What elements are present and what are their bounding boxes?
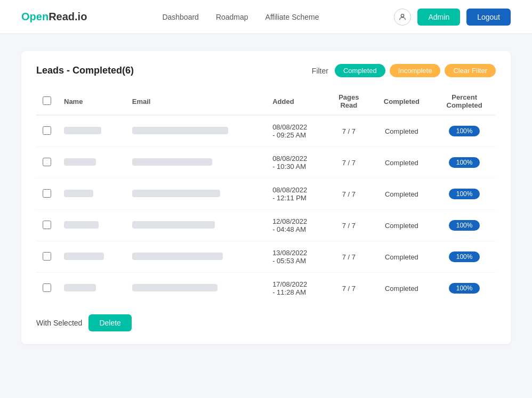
row-name (58, 115, 126, 147)
row-checkbox[interactable] (43, 189, 51, 198)
svg-point-0 (401, 14, 404, 17)
admin-button[interactable]: Admin (417, 9, 460, 26)
col-email: Email (126, 88, 266, 115)
row-name (58, 178, 126, 210)
percent-badge: 100% (449, 220, 480, 231)
percent-badge: 100% (449, 126, 480, 136)
nav-dashboard[interactable]: Dashboard (162, 13, 199, 21)
row-added: 08/08/2022- 09:25 AM (266, 115, 327, 147)
row-pages: 7 / 7 (327, 178, 370, 210)
logo: OpenRead.io (21, 11, 87, 23)
filter-completed-button[interactable]: Completed (335, 64, 385, 77)
table-row: 13/08/2022- 05:53 AM 7 / 7 Completed 100… (36, 241, 496, 273)
table-row: 12/08/2022- 04:48 AM 7 / 7 Completed 100… (36, 210, 496, 241)
col-pages-read: PagesRead (327, 88, 370, 115)
row-completed: Completed (370, 115, 433, 147)
row-completed: Completed (370, 147, 433, 178)
row-added: 08/08/2022- 10:30 AM (266, 147, 327, 178)
row-percent: 100% (433, 241, 496, 273)
row-email (126, 115, 266, 147)
row-checkbox[interactable] (43, 252, 51, 261)
row-percent: 100% (433, 115, 496, 147)
table-row: 08/08/2022- 09:25 AM 7 / 7 Completed 100… (36, 115, 496, 147)
col-added: Added (266, 88, 327, 115)
col-completed: Completed (370, 88, 433, 115)
row-email (126, 273, 266, 304)
main-nav: Dashboard Roadmap Affiliate Scheme (162, 13, 319, 21)
row-completed: Completed (370, 241, 433, 273)
row-checkbox-cell (36, 273, 58, 304)
row-added: 08/08/2022- 12:11 PM (266, 178, 327, 210)
percent-badge: 100% (449, 189, 480, 199)
logout-button[interactable]: Logout (466, 9, 511, 26)
filter-group: Filter Completed Incomplete Clear Filter (312, 64, 496, 77)
content-card: Leads - Completed(6) Filter Completed In… (21, 51, 511, 344)
row-percent: 100% (433, 178, 496, 210)
delete-button[interactable]: Delete (88, 314, 131, 331)
col-percent: PercentCompleted (433, 88, 496, 115)
row-added: 13/08/2022- 05:53 AM (266, 241, 327, 273)
row-email (126, 147, 266, 178)
row-percent: 100% (433, 273, 496, 304)
row-email (126, 210, 266, 241)
row-name (58, 210, 126, 241)
filter-incomplete-button[interactable]: Incomplete (390, 64, 441, 77)
nav-affiliate[interactable]: Affiliate Scheme (265, 13, 319, 21)
col-name: Name (58, 88, 126, 115)
table-row: 08/08/2022- 12:11 PM 7 / 7 Completed 100… (36, 178, 496, 210)
table-header-row: Name Email Added PagesRead Completed Per… (36, 88, 496, 115)
user-icon[interactable] (394, 9, 411, 26)
percent-badge: 100% (449, 251, 480, 262)
row-added: 17/08/2022- 11:28 AM (266, 273, 327, 304)
header: OpenRead.io Dashboard Roadmap Affiliate … (0, 0, 532, 34)
card-header: Leads - Completed(6) Filter Completed In… (36, 64, 496, 77)
row-email (126, 241, 266, 273)
table-row: 08/08/2022- 10:30 AM 7 / 7 Completed 100… (36, 147, 496, 178)
header-actions: Admin Logout (394, 9, 511, 26)
page-title: Leads - Completed(6) (36, 65, 134, 76)
row-checkbox-cell (36, 241, 58, 273)
row-email (126, 178, 266, 210)
main-content: Leads - Completed(6) Filter Completed In… (0, 34, 532, 361)
row-pages: 7 / 7 (327, 147, 370, 178)
row-name (58, 273, 126, 304)
row-completed: Completed (370, 273, 433, 304)
row-checkbox-cell (36, 115, 58, 147)
row-pages: 7 / 7 (327, 241, 370, 273)
select-all-checkbox[interactable] (43, 96, 51, 105)
row-completed: Completed (370, 178, 433, 210)
row-pages: 7 / 7 (327, 115, 370, 147)
leads-table: Name Email Added PagesRead Completed Per… (36, 88, 496, 304)
row-name (58, 147, 126, 178)
nav-roadmap[interactable]: Roadmap (216, 13, 248, 21)
row-checkbox[interactable] (43, 283, 51, 292)
row-percent: 100% (433, 210, 496, 241)
row-checkbox[interactable] (43, 126, 51, 135)
row-checkbox[interactable] (43, 221, 51, 229)
percent-badge: 100% (449, 283, 480, 294)
row-completed: Completed (370, 210, 433, 241)
logo-text: OpenRead.io (21, 11, 87, 22)
row-pages: 7 / 7 (327, 273, 370, 304)
with-selected-label: With Selected (36, 319, 82, 327)
row-pages: 7 / 7 (327, 210, 370, 241)
row-checkbox-cell (36, 210, 58, 241)
row-name (58, 241, 126, 273)
table-row: 17/08/2022- 11:28 AM 7 / 7 Completed 100… (36, 273, 496, 304)
filter-label: Filter (312, 67, 328, 75)
select-all-header (36, 88, 58, 115)
row-added: 12/08/2022- 04:48 AM (266, 210, 327, 241)
filter-clear-button[interactable]: Clear Filter (445, 64, 496, 77)
percent-badge: 100% (449, 157, 480, 168)
row-percent: 100% (433, 147, 496, 178)
row-checkbox-cell (36, 178, 58, 210)
footer-actions: With Selected Delete (36, 314, 496, 331)
row-checkbox[interactable] (43, 158, 51, 166)
row-checkbox-cell (36, 147, 58, 178)
